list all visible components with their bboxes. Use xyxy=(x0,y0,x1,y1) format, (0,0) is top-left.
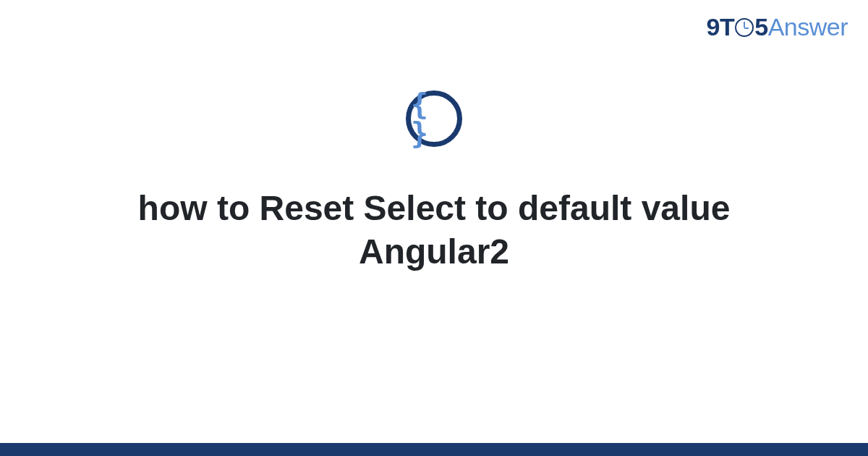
code-braces-icon: { } xyxy=(406,90,462,147)
logo-part-5: 5 xyxy=(754,13,767,41)
main-content: { } how to Reset Select to default value… xyxy=(0,90,868,274)
logo-part-9t: 9T xyxy=(707,13,735,41)
clock-icon xyxy=(735,18,754,37)
logo-text: 9T5Answer xyxy=(707,13,848,41)
header-logo: 9T5Answer xyxy=(707,13,848,41)
logo-part-answer: Answer xyxy=(768,13,848,41)
page-title: how to Reset Select to default value Ang… xyxy=(109,187,760,274)
braces-glyph: { } xyxy=(411,90,457,148)
footer-accent-bar xyxy=(0,443,868,456)
